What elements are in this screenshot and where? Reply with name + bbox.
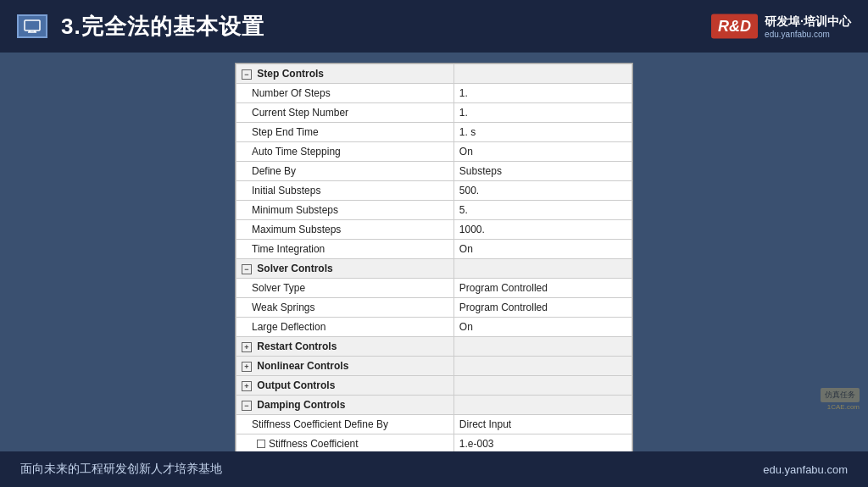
logo-main-text: 研发埠·培训中心	[765, 14, 851, 30]
header: 3.完全法的基本设置 R&D 研发埠·培训中心 edu.yanfabu.com	[0, 0, 868, 53]
table-row: Maximum Substeps 1000.	[236, 220, 632, 240]
stiffness-checkbox[interactable]	[257, 440, 265, 448]
table-row: Solver Type Program Controlled	[236, 279, 632, 298]
corner-watermark-text: 仿真任务	[821, 388, 860, 402]
table-row: Minimum Substeps 5.	[236, 201, 632, 220]
table-row: Stiffness Coefficient 1.e-003	[236, 434, 632, 452]
table-row: Time Integration On	[236, 240, 632, 259]
logo-badge: R&D	[711, 14, 758, 39]
section-solver-controls: − Solver Controls	[236, 259, 632, 279]
table-row: Weak Springs Program Controlled	[236, 298, 632, 318]
collapse-solver-icon[interactable]: −	[242, 264, 252, 274]
logo-text: 研发埠·培训中心 edu.yanfabu.com	[765, 14, 851, 39]
logo-sub-text: edu.yanfabu.com	[765, 30, 851, 39]
monitor-icon	[17, 14, 47, 38]
table-row: Number Of Steps 1.	[236, 84, 632, 103]
svg-rect-0	[25, 20, 40, 30]
collapse-damping-icon[interactable]: −	[242, 401, 252, 411]
table-row: Current Step Number 1.	[236, 103, 632, 123]
collapse-step-icon[interactable]: −	[242, 69, 252, 80]
table-row: Define By Substeps	[236, 162, 632, 181]
footer: 面向未来的工程研发创新人才培养基地 edu.yanfabu.com	[0, 451, 868, 487]
table-row: Stiffness Coefficient Define By Direct I…	[236, 415, 632, 434]
settings-table: − Step Controls Number Of Steps 1. Curre…	[235, 63, 633, 451]
table-row: Auto Time Stepping On	[236, 142, 632, 162]
section-output-controls: + Output Controls	[236, 376, 632, 396]
main-content: 研发埠 yanfabu.com − Step Controls Number O…	[0, 53, 868, 451]
section-nonlinear-controls: + Nonlinear Controls	[236, 357, 632, 376]
footer-left-text: 面向未来的工程研发创新人才培养基地	[20, 462, 222, 477]
table-row: Initial Substeps 500.	[236, 181, 632, 201]
section-step-controls: − Step Controls	[236, 64, 632, 84]
expand-nonlinear-icon[interactable]: +	[242, 362, 252, 372]
footer-right-text: edu.yanfabu.com	[763, 463, 848, 476]
expand-restart-icon[interactable]: +	[242, 342, 252, 352]
table-row: Step End Time 1. s	[236, 123, 632, 142]
page-title: 3.完全法的基本设置	[61, 12, 264, 42]
logo: R&D 研发埠·培训中心 edu.yanfabu.com	[711, 14, 851, 39]
section-restart-controls: + Restart Controls	[236, 337, 632, 357]
section-damping-controls: − Damping Controls	[236, 396, 632, 415]
corner-watermark: 仿真任务 1CAE.com	[821, 388, 860, 411]
expand-output-icon[interactable]: +	[242, 381, 252, 391]
table-row: Large Deflection On	[236, 318, 632, 337]
corner-watermark-1cae: 1CAE.com	[821, 403, 860, 411]
